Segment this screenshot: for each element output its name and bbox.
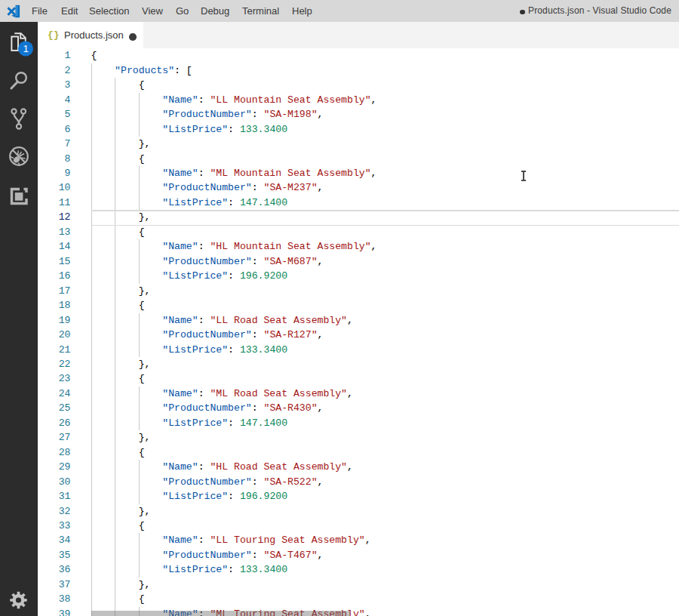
svg-text:1: 1 [23,43,29,54]
